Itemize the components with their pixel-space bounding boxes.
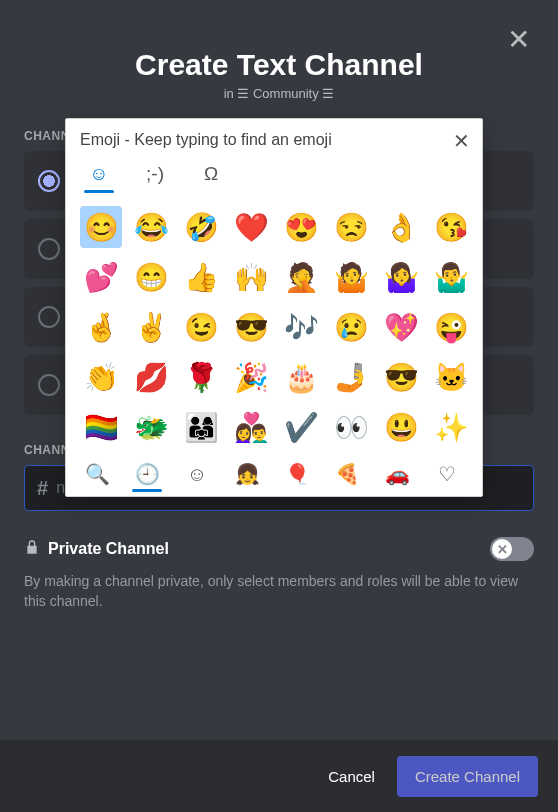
emoji-cat-travel-icon[interactable]: 🚗: [384, 462, 410, 486]
hash-icon: #: [37, 477, 48, 500]
emoji-item[interactable]: 🎂: [280, 356, 322, 398]
emoji-cat-symbols-cat-icon[interactable]: ♡: [434, 462, 460, 486]
emoji-item[interactable]: ❤️: [230, 206, 272, 248]
emoji-item[interactable]: 🤞: [80, 306, 122, 348]
emoji-picker-title: Emoji - Keep typing to find an emoji: [80, 131, 468, 149]
emoji-item[interactable]: 🤷‍♀️: [380, 256, 422, 298]
emoji-item[interactable]: 👏: [80, 356, 122, 398]
emoji-item[interactable]: 👩‍❤️‍👨: [230, 406, 272, 448]
emoji-item[interactable]: 💋: [130, 356, 172, 398]
emoji-grid: 😊😂🤣❤️😍😒👌😘💕😁👍🙌🤦🤷🤷‍♀️🤷‍♂️🤞✌️😉😎🎶😢💖😜👏💋🌹🎉🎂🤳😎🐱…: [80, 206, 468, 448]
emoji-item[interactable]: 🐲: [130, 406, 172, 448]
smiley-tab[interactable]: ☺: [86, 163, 112, 185]
emoji-item[interactable]: 😎: [230, 306, 272, 348]
toggle-knob-icon: ✕: [492, 539, 512, 559]
emoji-item[interactable]: 👌: [380, 206, 422, 248]
emoji-item[interactable]: 🤷‍♂️: [430, 256, 472, 298]
radio-selected-icon: [38, 170, 60, 192]
symbols-tab[interactable]: Ω: [198, 163, 224, 185]
private-row: Private Channel ✕: [24, 537, 534, 561]
emoji-cat-recent-icon[interactable]: 🕘: [134, 462, 160, 486]
radio-icon: [38, 238, 60, 260]
emoji-cat-food-icon[interactable]: 🍕: [334, 462, 360, 486]
emoji-item[interactable]: 🤣: [180, 206, 222, 248]
modal-subtitle: in ☰ Community ☰: [24, 86, 534, 101]
emoji-item[interactable]: 👍: [180, 256, 222, 298]
emoji-cat-activities-icon[interactable]: 🎈: [284, 462, 310, 486]
emoji-item[interactable]: 👨‍👩‍👧: [180, 406, 222, 448]
emoji-item[interactable]: 🎶: [280, 306, 322, 348]
modal-footer: Cancel Create Channel: [0, 740, 558, 812]
emoji-picker: ✕ Emoji - Keep typing to find an emoji ☺…: [65, 118, 483, 497]
emoji-cat-search-icon[interactable]: 🔍: [84, 462, 110, 486]
private-description: By making a channel private, only select…: [24, 571, 524, 612]
emoji-item[interactable]: 😉: [180, 306, 222, 348]
emoji-item[interactable]: ✌️: [130, 306, 172, 348]
emoji-item[interactable]: 👀: [330, 406, 372, 448]
emoji-item[interactable]: 😁: [130, 256, 172, 298]
emoji-cat-people-icon[interactable]: 👧: [234, 462, 260, 486]
emoji-item[interactable]: 🎉: [230, 356, 272, 398]
emoji-item[interactable]: 🤦: [280, 256, 322, 298]
emoji-picker-close-icon[interactable]: ✕: [453, 129, 470, 153]
emoji-item[interactable]: 😂: [130, 206, 172, 248]
emoji-item[interactable]: 🙌: [230, 256, 272, 298]
emoji-cat-smileys-icon[interactable]: ☺: [184, 463, 210, 486]
emoji-item[interactable]: 🤷: [330, 256, 372, 298]
emoji-picker-tabs: ☺;-)Ω: [80, 163, 468, 192]
emoji-item[interactable]: 😢: [330, 306, 372, 348]
emoji-item[interactable]: 😎: [380, 356, 422, 398]
emoji-item[interactable]: ✔️: [280, 406, 322, 448]
create-channel-button[interactable]: Create Channel: [397, 756, 538, 797]
emoji-item[interactable]: 😍: [280, 206, 322, 248]
emoji-item[interactable]: 💖: [380, 306, 422, 348]
cancel-button[interactable]: Cancel: [328, 768, 375, 785]
private-toggle[interactable]: ✕: [490, 537, 534, 561]
emoji-item[interactable]: 😒: [330, 206, 372, 248]
modal-title: Create Text Channel: [24, 48, 534, 82]
private-label: Private Channel: [48, 540, 169, 558]
radio-icon: [38, 374, 60, 396]
emoji-item[interactable]: 🤳: [330, 356, 372, 398]
emoji-item[interactable]: 🌹: [180, 356, 222, 398]
emoji-item[interactable]: 😘: [430, 206, 472, 248]
emoji-item[interactable]: 😊: [80, 206, 122, 248]
emoji-item[interactable]: ✨: [430, 406, 472, 448]
emoji-category-row: 🔍🕘☺👧🎈🍕🚗♡: [80, 462, 468, 486]
kaomoji-tab[interactable]: ;-): [142, 163, 168, 185]
emoji-item[interactable]: 🏳️‍🌈: [80, 406, 122, 448]
emoji-item[interactable]: 😜: [430, 306, 472, 348]
close-icon[interactable]: ✕: [506, 28, 530, 52]
radio-icon: [38, 306, 60, 328]
emoji-item[interactable]: 💕: [80, 256, 122, 298]
emoji-item[interactable]: 😃: [380, 406, 422, 448]
emoji-item[interactable]: 🐱: [430, 356, 472, 398]
lock-icon: [24, 539, 40, 559]
